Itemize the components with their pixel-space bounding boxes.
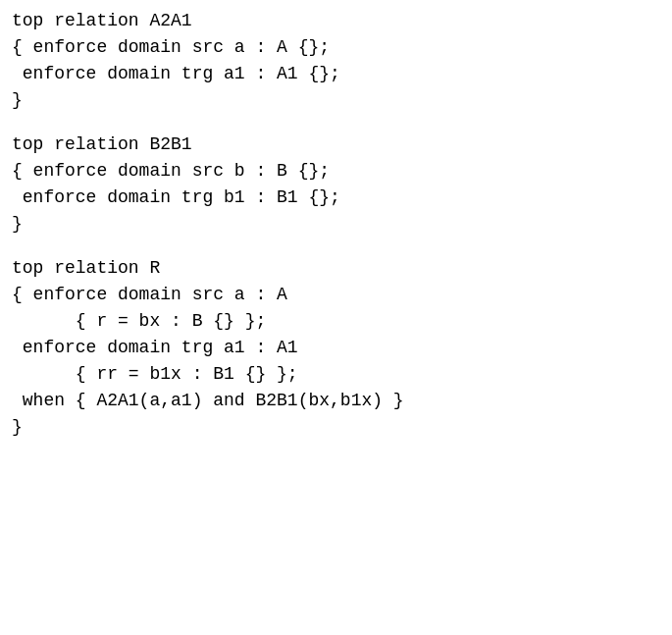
code-line: } [12,87,660,114]
code-line: } [12,414,660,441]
code-line: { enforce domain src a : A {}; [12,34,660,61]
code-line: { r = bx : B {} }; [12,308,660,335]
code-line: } [12,211,660,238]
code-line: top relation B2B1 [12,132,660,158]
code-line: top relation R [12,255,660,282]
code-section-section-r: top relation R{ enforce domain src a : A… [12,255,660,441]
code-section-section-b2b1: top relation B2B1{ enforce domain src b … [12,132,660,238]
code-line: when { A2A1(a,a1) and B2B1(bx,b1x) } [12,388,660,414]
code-line: { rr = b1x : B1 {} }; [12,361,660,388]
code-line: enforce domain trg b1 : B1 {}; [12,185,660,211]
code-line: top relation A2A1 [12,8,660,34]
code-line: enforce domain trg a1 : A1 {}; [12,61,660,87]
code-line: { enforce domain src b : B {}; [12,158,660,185]
code-line: { enforce domain src a : A [12,282,660,308]
code-line: enforce domain trg a1 : A1 [12,335,660,361]
code-container: top relation A2A1{ enforce domain src a … [12,8,660,441]
code-section-section-a2a1: top relation A2A1{ enforce domain src a … [12,8,660,114]
